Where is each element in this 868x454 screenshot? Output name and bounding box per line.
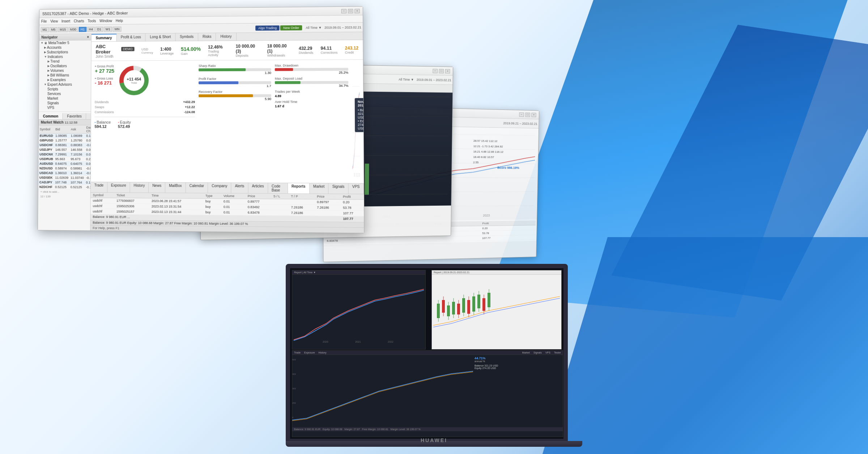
nav-item-trend[interactable]: ▶Trend [39,59,91,64]
algo-trading-button[interactable]: Algo Trading [255,25,280,30]
nav-item-expert-advisors[interactable]: ▼Expert Advisors [39,82,91,87]
menu-help[interactable]: Help [116,19,123,23]
click-to-add[interactable]: + click to add... [38,189,90,194]
second-minimize[interactable]: − [433,69,438,73]
nav-item-volumes[interactable]: ▶Volumes [39,68,91,73]
mw-col-symbol: Symbol [39,125,55,133]
nav-item-market[interactable]: Market [39,96,91,101]
max-deposit-fill [275,81,301,84]
btab-exposure[interactable]: Exposure [107,182,130,192]
dividends-metric: Dividends +432.29 [95,100,195,104]
tf-h1[interactable]: H1 [79,27,86,32]
tf-m5[interactable]: M5 [49,27,57,32]
market-watch-row[interactable]: USDCAD 1.36010 1.36014 -0.02% [38,171,92,176]
market-watch-row[interactable]: USDRUB 95.663 95.673 0.28% [38,157,92,161]
laptop-screen-content: Report | All Time ▼ 2020 2021 2022 Repor… [290,268,563,439]
market-watch-row[interactable]: CADJPY 107.748 107.764 0.11% [38,180,92,185]
tab-favorites[interactable]: Favorites [63,113,86,119]
tab-history[interactable]: History [216,33,236,40]
btab-mailbox[interactable]: MailBox [165,183,186,193]
laptop-w3-tab-history[interactable]: History [319,351,327,354]
market-watch-row[interactable]: USDSEK 11.02639 11.03740 -0.15% [38,175,92,180]
market-watch-row[interactable]: USDCHF 0.88381 0.88383 -0.06% [39,143,92,147]
market-watch-row[interactable]: EURUSD 1.08085 1.08089 0.14% [39,133,92,138]
nav-item-oscillators[interactable]: ▶Oscillators [39,64,91,68]
second-maximize[interactable]: □ [439,69,444,73]
recovery-factor-fill [199,94,253,97]
dividends-metric-label: Dividends [95,100,109,104]
second-close[interactable]: × [445,69,450,73]
maximize-button[interactable]: □ [348,9,353,13]
tf-h4[interactable]: H4 [87,27,95,32]
laptop-window-1: Report | All Time ▼ 2020 2021 2022 [292,270,426,350]
laptop-w3-market[interactable]: Market [522,351,530,354]
tab-summary[interactable]: Summary [92,34,116,41]
btab-company[interactable]: Company [208,183,231,193]
market-watch-row[interactable]: USDJPY 146.557 146.558 0.01% [38,147,92,152]
nav-item-bill-williams[interactable]: ▶Bill Williams [39,73,91,77]
nav-item-examples[interactable]: ▶Examples [39,77,91,82]
menu-window[interactable]: Window [99,19,112,23]
menu-file[interactable]: File [41,20,47,23]
max-drawdown-fill [275,68,293,71]
market-watch-row[interactable]: NZDUSD 0.58974 0.58981 -0.08% [38,166,92,171]
commissions-metric-value: -124.08 [184,110,195,114]
btab-trade[interactable]: Trade [91,182,107,192]
minimize-button[interactable]: − [341,9,346,13]
menu-tools[interactable]: Tools [88,19,96,23]
nav-item-vps[interactable]: VPS [39,105,91,110]
tf-w1[interactable]: W1 [104,26,112,31]
profit-stats: • Gross Profit + 27 725 • Gross Loss - 1… [95,64,114,97]
menu-charts[interactable]: Charts [74,19,84,23]
tab-profit-loss[interactable]: Profit & Loss [116,34,146,41]
stat-credit: 243.12 Credit [345,46,359,54]
menu-insert[interactable]: Insert [61,19,70,23]
btab-history[interactable]: History [130,182,149,192]
nav-item-metatrader[interactable]: ▼🖥 MetaTrader 5 [39,40,91,46]
account-name-group: ABC Broker DEMO John Smith [95,44,134,59]
third-close[interactable]: × [531,112,536,117]
laptop-w3-vps[interactable]: VPS [545,351,550,354]
btab-codbase[interactable]: Code Base [268,183,288,193]
third-maximize[interactable]: □ [525,112,530,117]
third-minimize[interactable]: − [519,112,524,117]
tf-m1[interactable]: M1 [41,27,49,32]
tab-common[interactable]: Common [39,113,63,119]
second-timerange: All Time ▼ 2019.09.01 – 2023.02.21 [399,77,451,82]
btab-news[interactable]: News [149,183,165,193]
new-order-button[interactable]: New Order [280,25,302,30]
tab-long-short[interactable]: Long & Short [146,33,176,41]
close-button[interactable]: × [354,9,359,13]
laptop-w3-tester[interactable]: Tester [554,351,561,354]
nav-item-services[interactable]: Services [39,91,91,96]
btab-market[interactable]: Market [310,183,329,194]
btab-signals[interactable]: Signals [328,183,348,194]
btab-alerts[interactable]: Alerts [231,183,248,193]
tf-d1[interactable]: D1 [95,27,103,32]
tf-m30[interactable]: M30 [68,27,78,32]
col-profit: Profit [341,194,364,200]
tf-m15[interactable]: M15 [58,27,68,32]
tf-mn[interactable]: MN [113,26,122,31]
nav-item-subscriptions[interactable]: ▶Subscriptions [39,50,91,55]
market-watch-row[interactable]: USDCNX 7.29991 7.10156 0.07% [38,152,92,157]
laptop-w3-tab-exposure[interactable]: Exposure [304,351,315,354]
btab-reports[interactable]: Reports [288,183,310,194]
nav-item-scripts[interactable]: Scripts [39,87,91,91]
btab-vps[interactable]: VPS [349,184,364,194]
max-drawdown-item: Max. Drawdown 25.2% [275,64,348,75]
market-watch-row[interactable]: AUDUSD 0.64075 0.64075 0.07% [38,161,92,166]
market-watch-row[interactable]: GBPUSD 1.25777 1.25780 0.01% [39,138,92,143]
nav-item-signals[interactable]: Signals [39,100,91,105]
nav-item-indicators[interactable]: ▼Indicators [39,54,91,59]
btab-calendar[interactable]: Calendar [186,183,208,193]
market-watch-row[interactable]: NZDCHF 0.52125 0.52125 -0.18% [38,185,92,190]
navigator-close-icon[interactable]: × [87,35,89,39]
btab-articles[interactable]: Articles [248,183,268,193]
laptop-w3-tab-trade[interactable]: Trade [294,351,301,354]
tab-symbols[interactable]: Symbols [175,33,198,41]
menu-view[interactable]: View [50,19,58,23]
tab-risks[interactable]: Risks [198,33,216,41]
laptop-w3-signals[interactable]: Signals [533,351,542,354]
nav-item-accounts[interactable]: ▶Accounts [39,45,91,50]
